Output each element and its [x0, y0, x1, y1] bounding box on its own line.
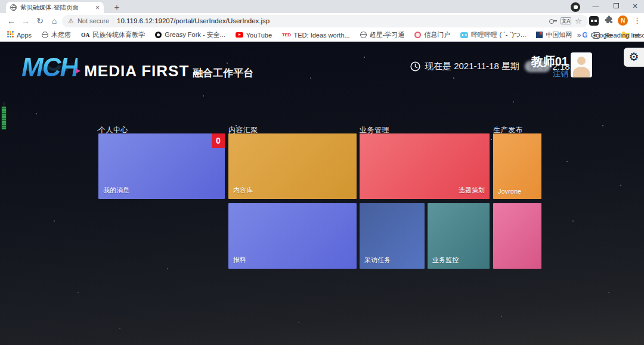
bookmark-bilibili[interactable]: 哔哩哔哩 ( ´- `)つ...	[460, 30, 526, 39]
portal-page: ⚙ MCHMEDIA FIRST融合工作平台 MCHMEDIA FIRST融合工…	[0, 42, 644, 345]
bookmark-star-icon[interactable]: ☆	[575, 17, 582, 26]
browser-toolbar: ← → ↻ ⌂ ⚠ Not secure 10.119.6.12:19207/p…	[0, 13, 644, 29]
not-secure-warning-icon[interactable]: ⚠	[68, 17, 74, 25]
tab-favicon-globe-icon	[10, 4, 17, 11]
bookmark-label: Apps	[17, 32, 32, 39]
bookmark-label: 信息门户	[424, 30, 450, 39]
tile-business-monitoring[interactable]: 业务监控	[428, 203, 490, 269]
tile-label: 报料	[233, 256, 246, 265]
bookmark-label: 超星-学习通	[370, 30, 405, 39]
media-dot	[574, 5, 578, 9]
bookmark-label: 哔哩哔哩 ( ´- `)つ...	[471, 30, 526, 39]
bookmark-apps[interactable]: Apps	[7, 31, 32, 39]
bookmarks-bar: Apps 木疙瘩 OA 民族传统体育教学 Greasy Fork - 安全...…	[0, 29, 644, 42]
tile-unlabeled[interactable]	[493, 203, 541, 269]
extension-icon[interactable]	[589, 16, 599, 26]
bookmark-chaoxing[interactable]: 超星-学习通	[360, 30, 405, 39]
tab-close-icon[interactable]: ×	[95, 4, 100, 11]
tile-my-messages[interactable]: 0 我的消息	[98, 133, 225, 199]
time-prefix: 现在是 2021-11-18 星期	[425, 61, 519, 72]
address-separator	[113, 17, 113, 24]
portal-icon	[414, 32, 421, 38]
bookmark-greasyfork[interactable]: Greasy Fork - 安全...	[155, 30, 225, 39]
bookmark-label: 民族传统体育教学	[92, 30, 145, 39]
cnki-icon	[536, 32, 543, 38]
tile-interview-tasks[interactable]: 采访任务	[360, 203, 425, 269]
maximize-button[interactable]	[607, 0, 625, 13]
bookmark-cnki[interactable]: 中国知网	[536, 30, 572, 39]
home-button[interactable]: ⌂	[48, 14, 61, 27]
bookmark-info-portal[interactable]: 信息门户	[414, 30, 450, 39]
reload-button[interactable]: ↻	[33, 14, 47, 27]
password-key-icon[interactable]	[549, 17, 557, 25]
bookmarks-divider	[587, 32, 587, 39]
tile-jovrone[interactable]: Jovrone	[493, 133, 541, 199]
site-logo: MCHMEDIA FIRST融合工作平台	[21, 52, 253, 82]
clock-icon	[410, 61, 420, 72]
bookmark-label: 中国知网	[546, 30, 572, 39]
bookmark-youtube[interactable]: YouTube	[236, 32, 272, 39]
user-avatar[interactable]	[571, 52, 592, 77]
youtube-icon	[236, 32, 243, 38]
titlebar: 紫贝融媒体-登陆页面 × + — ×	[0, 0, 644, 13]
tile-label: 采访任务	[364, 256, 391, 265]
address-bar[interactable]: ⚠ Not secure 10.119.6.12:19207/portal/Us…	[62, 15, 588, 27]
bookmarks-overflow-chevron[interactable]: »	[577, 31, 581, 39]
extensions-puzzle-icon[interactable]	[605, 15, 614, 27]
message-count-badge: 0	[212, 133, 225, 148]
tile-label: 选题策划	[459, 186, 485, 195]
reading-list-button[interactable]: Reading list	[605, 32, 639, 39]
browser-menu-icon[interactable]: ⋮	[633, 14, 641, 27]
maximize-icon	[614, 3, 619, 8]
globe-icon	[42, 32, 48, 38]
close-window-button[interactable]: ×	[626, 0, 644, 13]
bookmark-ted[interactable]: TED TED: Ideas worth...	[282, 32, 350, 39]
minimize-button[interactable]: —	[587, 0, 605, 13]
logo-abbr: MCH	[21, 52, 78, 82]
tile-topic-planning[interactable]: 选题策划	[360, 133, 490, 199]
translate-icon[interactable]: 文A	[561, 17, 572, 24]
browser-tab[interactable]: 紫贝融媒体-登陆页面 ×	[6, 2, 104, 13]
logo-play-triangle-icon	[75, 68, 80, 74]
security-label: Not secure	[78, 17, 109, 24]
tile-news-tips[interactable]: 报料	[228, 203, 357, 269]
new-tab-button[interactable]: +	[111, 2, 123, 13]
bookmark-label: Greasy Fork - 安全...	[165, 30, 225, 39]
settings-gear-button[interactable]: ⚙	[624, 48, 644, 67]
url-text[interactable]: 10.119.6.12:19207/portal/UserIndex/UserI…	[117, 17, 545, 24]
user-name: 教师01	[513, 54, 568, 70]
reading-list-icon	[593, 32, 600, 39]
oa-text-icon: OA	[81, 32, 89, 38]
apps-grid-icon	[7, 31, 14, 39]
tile-content-library[interactable]: 内容库	[228, 133, 357, 199]
bookmark-oa-sports[interactable]: OA 民族传统体育教学	[81, 30, 145, 39]
logout-link[interactable]: 注销	[513, 69, 568, 79]
logo-name: MEDIA FIRST	[84, 62, 189, 80]
side-meter-widget[interactable]	[1, 106, 7, 130]
logo-platform-suffix: 融合工作平台	[193, 66, 253, 80]
bookmark-label: TED: Ideas worth...	[294, 32, 350, 39]
bookmark-mugeda[interactable]: 木疙瘩	[42, 30, 71, 39]
tile-label: 我的消息	[103, 186, 129, 195]
tab-title: 紫贝融媒体-登陆页面	[20, 4, 92, 12]
back-button[interactable]: ←	[5, 14, 18, 27]
tile-label: 内容库	[233, 186, 253, 195]
bookmark-label: YouTube	[246, 32, 272, 39]
tile-label: 业务监控	[432, 256, 459, 265]
forward-button[interactable]: →	[19, 14, 32, 27]
globe-icon	[360, 32, 367, 38]
ted-icon: TED	[282, 32, 291, 38]
bilibili-icon	[460, 32, 468, 38]
tile-label: Jovrone	[498, 188, 521, 195]
browser-window: 紫贝融媒体-登陆页面 × + — × ← → ↻ ⌂ ⚠ Not secure …	[0, 0, 644, 345]
browser-profile-avatar[interactable]: N	[618, 15, 628, 26]
greasyfork-icon	[155, 32, 162, 38]
bookmark-label: 木疙瘩	[51, 30, 71, 39]
media-controls-icon[interactable]	[571, 2, 580, 12]
